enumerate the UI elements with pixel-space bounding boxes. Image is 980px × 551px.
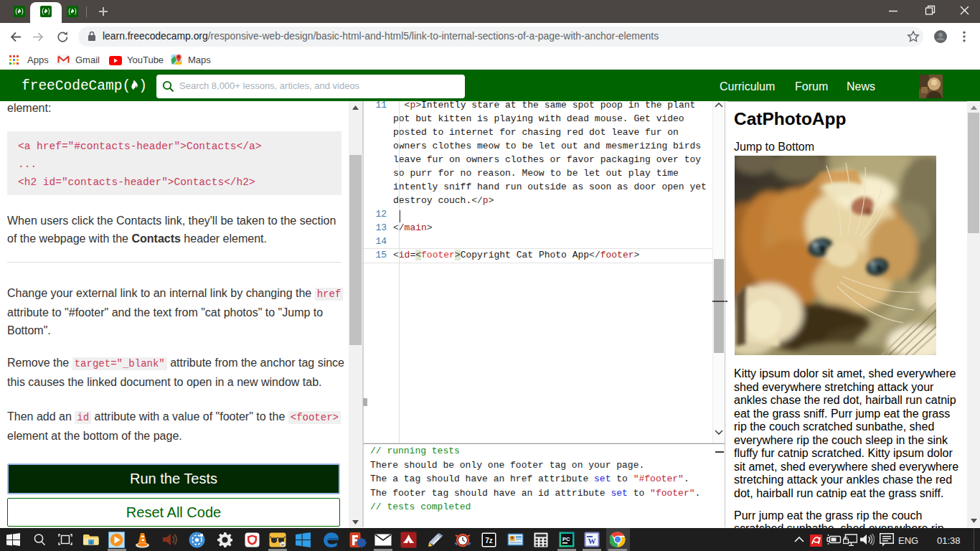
svg-text:PC: PC [562, 536, 570, 542]
svg-text:7z: 7z [485, 537, 493, 545]
svg-text:W: W [588, 537, 596, 545]
